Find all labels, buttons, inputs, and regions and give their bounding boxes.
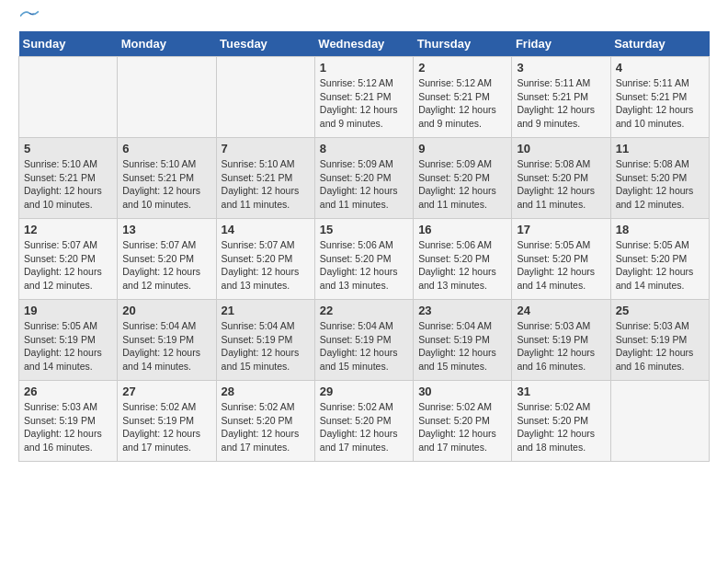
- day-info: Sunrise: 5:04 AM Sunset: 5:19 PM Dayligh…: [320, 319, 408, 373]
- day-info: Sunrise: 5:10 AM Sunset: 5:21 PM Dayligh…: [222, 157, 310, 212]
- calendar-week-row: 26Sunrise: 5:03 AM Sunset: 5:19 PM Dayli…: [19, 381, 710, 462]
- day-number: 24: [517, 304, 605, 317]
- calendar-day-cell: 8Sunrise: 5:09 AM Sunset: 5:20 PM Daylig…: [314, 138, 413, 219]
- day-info: Sunrise: 5:04 AM Sunset: 5:19 PM Dayligh…: [122, 319, 210, 373]
- calendar-day-cell: 21Sunrise: 5:04 AM Sunset: 5:19 PM Dayli…: [216, 300, 314, 381]
- empty-day-cell: [19, 57, 118, 138]
- calendar-day-cell: 7Sunrise: 5:10 AM Sunset: 5:21 PM Daylig…: [216, 138, 314, 219]
- day-info: Sunrise: 5:07 AM Sunset: 5:20 PM Dayligh…: [24, 238, 112, 293]
- calendar-day-cell: 13Sunrise: 5:07 AM Sunset: 5:20 PM Dayli…: [118, 219, 216, 300]
- calendar-day-cell: 4Sunrise: 5:11 AM Sunset: 5:21 PM Daylig…: [610, 57, 709, 138]
- day-info: Sunrise: 5:08 AM Sunset: 5:20 PM Dayligh…: [517, 157, 605, 212]
- calendar-day-cell: 5Sunrise: 5:10 AM Sunset: 5:21 PM Daylig…: [19, 138, 118, 219]
- calendar-day-cell: 18Sunrise: 5:05 AM Sunset: 5:20 PM Dayli…: [610, 219, 709, 300]
- day-info: Sunrise: 5:05 AM Sunset: 5:19 PM Dayligh…: [24, 319, 112, 373]
- empty-day-cell: [118, 57, 216, 138]
- calendar-day-cell: 19Sunrise: 5:05 AM Sunset: 5:19 PM Dayli…: [19, 300, 118, 381]
- day-number: 26: [24, 385, 112, 398]
- weekday-header-sunday: Sunday: [19, 31, 118, 57]
- calendar-day-cell: 15Sunrise: 5:06 AM Sunset: 5:20 PM Dayli…: [314, 219, 413, 300]
- calendar-day-cell: 20Sunrise: 5:04 AM Sunset: 5:19 PM Dayli…: [118, 300, 216, 381]
- calendar-day-cell: 29Sunrise: 5:02 AM Sunset: 5:20 PM Dayli…: [314, 381, 413, 462]
- day-number: 2: [418, 61, 506, 75]
- calendar-day-cell: 23Sunrise: 5:04 AM Sunset: 5:19 PM Dayli…: [414, 300, 512, 381]
- day-number: 18: [616, 223, 704, 236]
- day-info: Sunrise: 5:02 AM Sunset: 5:20 PM Dayligh…: [320, 400, 408, 454]
- day-info: Sunrise: 5:03 AM Sunset: 5:19 PM Dayligh…: [24, 400, 112, 454]
- day-info: Sunrise: 5:07 AM Sunset: 5:20 PM Dayligh…: [122, 238, 210, 293]
- calendar-day-cell: 12Sunrise: 5:07 AM Sunset: 5:20 PM Dayli…: [19, 219, 118, 300]
- day-number: 4: [616, 61, 704, 75]
- day-number: 11: [616, 142, 704, 155]
- day-number: 3: [517, 61, 605, 75]
- weekday-header-thursday: Thursday: [414, 31, 512, 57]
- day-info: Sunrise: 5:10 AM Sunset: 5:21 PM Dayligh…: [24, 157, 112, 212]
- day-info: Sunrise: 5:11 AM Sunset: 5:21 PM Dayligh…: [517, 76, 605, 131]
- calendar-day-cell: 30Sunrise: 5:02 AM Sunset: 5:20 PM Dayli…: [414, 381, 512, 462]
- day-number: 13: [122, 223, 210, 236]
- weekday-header-saturday: Saturday: [610, 31, 709, 57]
- empty-day-cell: [216, 57, 314, 138]
- day-number: 9: [418, 142, 506, 155]
- logo-bird-icon: [20, 9, 39, 22]
- calendar-day-cell: 14Sunrise: 5:07 AM Sunset: 5:20 PM Dayli…: [216, 219, 314, 300]
- calendar-day-cell: 27Sunrise: 5:02 AM Sunset: 5:19 PM Dayli…: [118, 381, 216, 462]
- day-info: Sunrise: 5:06 AM Sunset: 5:20 PM Dayligh…: [418, 238, 506, 293]
- day-info: Sunrise: 5:02 AM Sunset: 5:20 PM Dayligh…: [222, 400, 310, 454]
- day-number: 31: [517, 385, 605, 398]
- day-number: 21: [222, 304, 310, 317]
- calendar-day-cell: 31Sunrise: 5:02 AM Sunset: 5:20 PM Dayli…: [512, 381, 610, 462]
- day-number: 14: [222, 223, 310, 236]
- day-number: 12: [24, 223, 112, 236]
- day-number: 23: [418, 304, 506, 317]
- weekday-header-friday: Friday: [512, 31, 610, 57]
- day-info: Sunrise: 5:09 AM Sunset: 5:20 PM Dayligh…: [320, 157, 408, 212]
- day-number: 10: [517, 142, 605, 155]
- calendar-day-cell: 25Sunrise: 5:03 AM Sunset: 5:19 PM Dayli…: [610, 300, 709, 381]
- day-number: 17: [517, 223, 605, 236]
- day-number: 29: [320, 385, 408, 398]
- day-number: 25: [616, 304, 704, 317]
- weekday-header-tuesday: Tuesday: [216, 31, 314, 57]
- day-number: 20: [122, 304, 210, 317]
- day-info: Sunrise: 5:07 AM Sunset: 5:20 PM Dayligh…: [222, 238, 310, 293]
- calendar-day-cell: 1Sunrise: 5:12 AM Sunset: 5:21 PM Daylig…: [314, 57, 413, 138]
- weekday-header-row: SundayMondayTuesdayWednesdayThursdayFrid…: [19, 31, 710, 57]
- calendar-day-cell: 22Sunrise: 5:04 AM Sunset: 5:19 PM Dayli…: [314, 300, 413, 381]
- calendar-week-row: 12Sunrise: 5:07 AM Sunset: 5:20 PM Dayli…: [19, 219, 710, 300]
- calendar-day-cell: 26Sunrise: 5:03 AM Sunset: 5:19 PM Dayli…: [19, 381, 118, 462]
- day-number: 27: [122, 385, 210, 398]
- day-number: 30: [418, 385, 506, 398]
- day-number: 1: [320, 61, 408, 75]
- day-number: 22: [320, 304, 408, 317]
- calendar-day-cell: 6Sunrise: 5:10 AM Sunset: 5:21 PM Daylig…: [118, 138, 216, 219]
- empty-day-cell: [610, 381, 709, 462]
- day-number: 7: [222, 142, 310, 155]
- calendar-day-cell: 2Sunrise: 5:12 AM Sunset: 5:21 PM Daylig…: [414, 57, 512, 138]
- day-info: Sunrise: 5:03 AM Sunset: 5:19 PM Dayligh…: [616, 319, 704, 373]
- calendar-day-cell: 24Sunrise: 5:03 AM Sunset: 5:19 PM Dayli…: [512, 300, 610, 381]
- weekday-header-monday: Monday: [118, 31, 216, 57]
- day-info: Sunrise: 5:04 AM Sunset: 5:19 PM Dayligh…: [418, 319, 506, 373]
- day-info: Sunrise: 5:02 AM Sunset: 5:20 PM Dayligh…: [418, 400, 506, 454]
- calendar-day-cell: 16Sunrise: 5:06 AM Sunset: 5:20 PM Dayli…: [414, 219, 512, 300]
- day-info: Sunrise: 5:11 AM Sunset: 5:21 PM Dayligh…: [616, 76, 704, 131]
- header: [18, 18, 710, 22]
- calendar-day-cell: 3Sunrise: 5:11 AM Sunset: 5:21 PM Daylig…: [512, 57, 610, 138]
- day-number: 15: [320, 223, 408, 236]
- day-number: 16: [418, 223, 506, 236]
- day-info: Sunrise: 5:12 AM Sunset: 5:21 PM Dayligh…: [418, 76, 506, 131]
- day-info: Sunrise: 5:06 AM Sunset: 5:20 PM Dayligh…: [320, 238, 408, 293]
- day-info: Sunrise: 5:08 AM Sunset: 5:20 PM Dayligh…: [616, 157, 704, 212]
- day-number: 28: [222, 385, 310, 398]
- calendar-week-row: 19Sunrise: 5:05 AM Sunset: 5:19 PM Dayli…: [19, 300, 710, 381]
- day-info: Sunrise: 5:03 AM Sunset: 5:19 PM Dayligh…: [517, 319, 605, 373]
- calendar-day-cell: 11Sunrise: 5:08 AM Sunset: 5:20 PM Dayli…: [610, 138, 709, 219]
- calendar-table: SundayMondayTuesdayWednesdayThursdayFrid…: [18, 31, 710, 462]
- day-number: 19: [24, 304, 112, 317]
- day-number: 6: [122, 142, 210, 155]
- day-info: Sunrise: 5:10 AM Sunset: 5:21 PM Dayligh…: [122, 157, 210, 212]
- calendar-day-cell: 9Sunrise: 5:09 AM Sunset: 5:20 PM Daylig…: [414, 138, 512, 219]
- day-info: Sunrise: 5:09 AM Sunset: 5:20 PM Dayligh…: [418, 157, 506, 212]
- calendar-day-cell: 10Sunrise: 5:08 AM Sunset: 5:20 PM Dayli…: [512, 138, 610, 219]
